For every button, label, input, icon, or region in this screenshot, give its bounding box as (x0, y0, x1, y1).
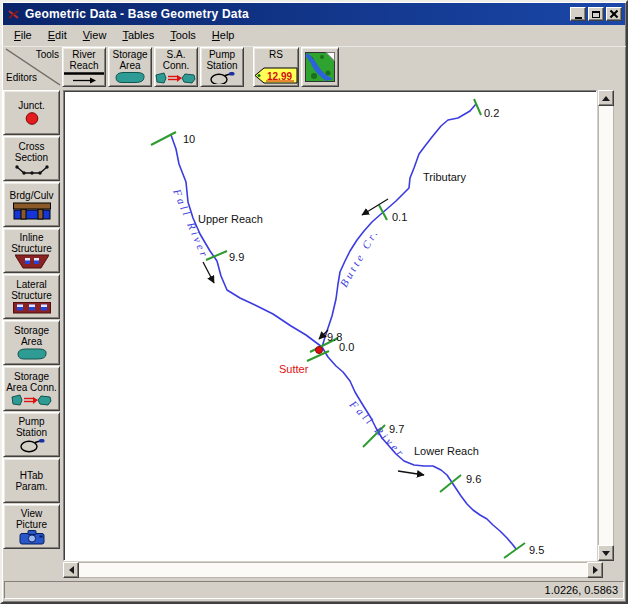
pump-station-icon (18, 438, 46, 453)
river-reach-icon (63, 71, 105, 84)
storage-area-button[interactable]: Storage Area (108, 47, 152, 87)
storage-area-sidebar-button[interactable]: Storage Area (3, 320, 60, 365)
window-controls (570, 7, 622, 21)
junction-node-sutter[interactable] (316, 347, 323, 354)
scroll-left-button[interactable] (63, 562, 79, 578)
gis-map-icon (305, 52, 335, 82)
pump-station-sidebar-button[interactable]: Pump Station (3, 412, 60, 457)
schematic-canvas[interactable]: 10 9.9 0.2 0.1 9.8 0.0 9.7 9.6 9.5 Upper… (63, 90, 597, 561)
river-name-butte: Butte Cr. (337, 226, 380, 289)
station-tick-9-6[interactable] (440, 475, 461, 492)
right-arrow-icon (593, 566, 598, 574)
inline-structure-button[interactable]: Inline Structure (3, 228, 60, 273)
river-butte-creek-tributary[interactable] (322, 104, 476, 347)
river-reach-button[interactable]: River Reach (62, 47, 106, 87)
river-schematic: 10 9.9 0.2 0.1 9.8 0.0 9.7 9.6 9.5 Upper… (66, 93, 596, 561)
reach-label-tributary: Tributary (423, 171, 466, 183)
reach-label-upper: Upper Reach (198, 213, 263, 225)
storage-area-conn-button[interactable]: Storage Area Conn. (3, 366, 60, 411)
menu-tables[interactable]: Tables (114, 27, 162, 44)
reach-label-lower: Lower Reach (414, 445, 479, 457)
svg-text:12.99: 12.99 (267, 71, 292, 82)
close-button[interactable] (606, 7, 622, 21)
station-label: 9.5 (529, 544, 544, 556)
station-tick-9-5[interactable] (504, 543, 525, 558)
sa-connection-button[interactable]: S.A. Conn. (154, 47, 198, 87)
down-arrow-icon (602, 551, 610, 556)
station-label: 9.9 (229, 251, 244, 263)
maximize-button[interactable] (588, 7, 604, 21)
scroll-right-button[interactable] (587, 562, 603, 578)
lateral-structure-icon (13, 301, 51, 314)
horizontal-scroll-track[interactable] (79, 562, 587, 578)
up-arrow-icon (602, 96, 610, 101)
cursor-coordinates: 1.0226, 0.5863 (545, 584, 618, 596)
menubar: File Edit View Tables Tools Help (2, 25, 626, 46)
station-label: 0.1 (392, 211, 407, 223)
flow-arrow-lower-reach (398, 471, 424, 475)
canvas-column: 10 9.9 0.2 0.1 9.8 0.0 9.7 9.6 9.5 Upper… (62, 89, 626, 578)
statusbar: 1.0226, 0.5863 (2, 578, 626, 602)
scroll-up-button[interactable] (598, 90, 614, 106)
junction-icon (24, 111, 40, 126)
pump-station-icon (208, 71, 236, 84)
storage-area-icon (14, 347, 50, 361)
station-label: 10 (183, 133, 195, 145)
tools-editors-corner: Tools Editors (4, 47, 62, 87)
station-tick-0-2[interactable] (474, 99, 481, 115)
cross-section-button[interactable]: Cross Section (3, 136, 60, 181)
editor-sidebar: Junct. Cross Section Brdg/Culv (2, 89, 62, 578)
scroll-down-button[interactable] (598, 545, 614, 561)
river-station-button[interactable]: RS 12.99 (253, 47, 299, 87)
camera-icon (19, 530, 45, 545)
tools-label: Tools (36, 49, 59, 60)
flow-arrow-upper-reach (203, 262, 214, 283)
editors-label: Editors (6, 72, 37, 83)
menu-help[interactable]: Help (204, 27, 243, 44)
horizontal-scrollbar[interactable] (63, 562, 603, 578)
close-icon (610, 10, 618, 18)
minimize-icon (575, 17, 582, 19)
coordinate-readout: 1.0226, 0.5863 (4, 581, 624, 599)
cross-section-icon (14, 163, 50, 176)
vertical-scroll-track[interactable] (598, 106, 614, 545)
gis-schematic-button[interactable] (301, 47, 339, 87)
river-station-tag-icon: 12.99 (254, 67, 298, 84)
htab-param-button[interactable]: HTab Param. (3, 458, 60, 503)
pump-station-button[interactable]: Pump Station (200, 47, 244, 87)
menu-file[interactable]: File (6, 27, 40, 44)
station-label: 0.0 (339, 341, 354, 353)
junction-button[interactable]: Junct. (3, 90, 60, 135)
left-arrow-icon (69, 566, 74, 574)
sa-connection-icon (155, 71, 197, 84)
lateral-structure-button[interactable]: Lateral Structure (3, 274, 60, 319)
station-label: 9.6 (466, 473, 481, 485)
view-picture-button[interactable]: View Picture (3, 504, 60, 549)
station-tick-0-1[interactable] (379, 205, 387, 220)
menu-tools[interactable]: Tools (162, 27, 204, 44)
maximize-icon (592, 11, 600, 18)
storage-area-connection-icon (11, 393, 53, 407)
vertical-scrollbar[interactable] (598, 90, 614, 561)
minimize-button[interactable] (570, 7, 586, 21)
titlebar[interactable]: Geometric Data - Base Geometry Data (3, 3, 625, 25)
app-icon (6, 7, 21, 22)
storage-area-icon (112, 71, 148, 84)
toolbar: Tools Editors River Reach Storage Area S… (2, 46, 626, 89)
menu-edit[interactable]: Edit (40, 27, 75, 44)
junction-label: Sutter (279, 363, 309, 375)
main-area: Junct. Cross Section Brdg/Culv (2, 89, 626, 578)
inline-structure-icon (15, 254, 49, 269)
station-label: 0.2 (484, 107, 499, 119)
menu-view[interactable]: View (75, 27, 115, 44)
window-title: Geometric Data - Base Geometry Data (25, 7, 570, 21)
geometric-data-window: Geometric Data - Base Geometry Data File… (0, 0, 628, 604)
bridge-culvert-icon (13, 201, 51, 220)
bridge-culvert-button[interactable]: Brdg/Culv (3, 182, 60, 227)
